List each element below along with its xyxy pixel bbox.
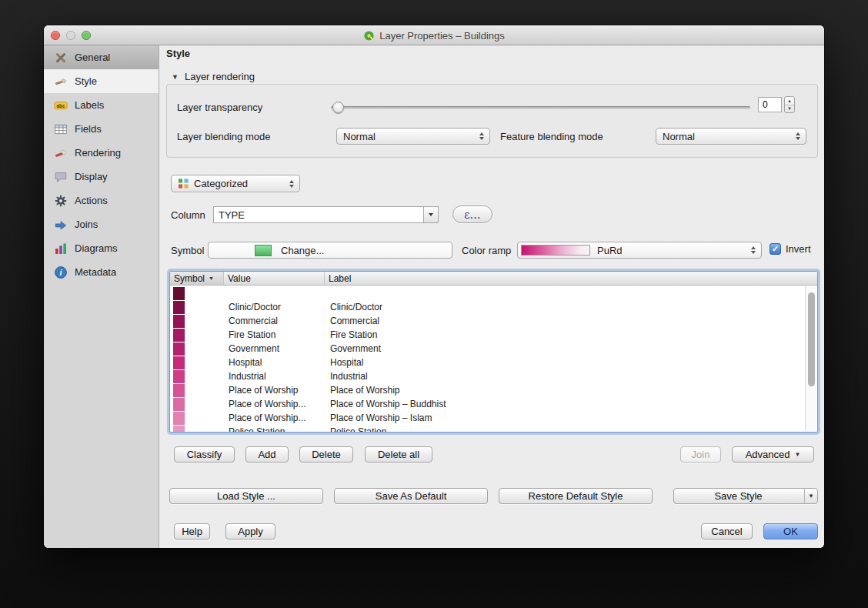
delete-all-button[interactable]: Delete all xyxy=(365,446,432,463)
feature-blending-dropdown[interactable]: Normal xyxy=(656,128,806,145)
category-symbol-cell xyxy=(170,412,224,425)
delete-button[interactable]: Delete xyxy=(299,446,353,463)
category-label[interactable]: Place of Worship – Buddhist xyxy=(325,399,817,409)
sidebar-item-fields[interactable]: Fields xyxy=(44,117,159,141)
column-header-label[interactable]: Label xyxy=(325,272,817,285)
column-header-value[interactable]: Value xyxy=(224,272,325,285)
sidebar-item-labels[interactable]: abc Labels xyxy=(44,93,159,117)
category-value[interactable]: Clinic/Doctor xyxy=(224,302,325,312)
epsilon-icon: ε… xyxy=(464,209,480,221)
category-value[interactable]: Police Station xyxy=(224,426,325,432)
column-combo[interactable]: TYPE xyxy=(213,206,439,223)
category-row[interactable]: Hospital Hospital xyxy=(170,356,817,369)
classify-button[interactable]: Classify xyxy=(174,446,235,463)
sidebar-item-icon xyxy=(54,242,68,256)
category-row[interactable]: Fire Station Fire Station xyxy=(170,328,817,342)
window-titlebar[interactable]: Layer Properties – Buildings xyxy=(44,25,824,45)
help-button[interactable]: Help xyxy=(174,523,210,540)
restore-default-style-button[interactable]: Restore Default Style xyxy=(499,488,653,504)
category-label[interactable]: Government xyxy=(325,343,817,354)
sidebar-item-joins[interactable]: Joins xyxy=(44,212,159,236)
category-color-swatch[interactable] xyxy=(173,315,185,328)
transparency-stepper[interactable]: ▲ ▼ xyxy=(784,96,795,113)
category-row[interactable]: Industrial Industrial xyxy=(170,369,817,383)
feature-blending-label: Feature blending mode xyxy=(500,131,603,142)
scrollbar-thumb[interactable] xyxy=(808,292,815,386)
invert-checkbox[interactable]: ✓ xyxy=(770,243,781,255)
category-label[interactable]: Police Station xyxy=(325,426,817,432)
color-ramp-preview xyxy=(521,245,590,256)
categories-table[interactable]: Symbol ▼ Value Label xyxy=(169,271,818,433)
sidebar-item-display[interactable]: Display xyxy=(44,165,159,189)
category-color-swatch[interactable] xyxy=(173,398,185,411)
category-color-swatch[interactable] xyxy=(173,426,185,433)
symbol-change-button[interactable]: Change... xyxy=(208,242,452,259)
category-color-swatch[interactable] xyxy=(173,301,185,314)
category-label[interactable]: Clinic/Doctor xyxy=(325,302,817,312)
category-color-swatch[interactable] xyxy=(173,287,185,300)
table-body: Clinic/Doctor Clinic/Doctor Commercial C… xyxy=(170,286,817,432)
advanced-button[interactable]: Advanced ▼ xyxy=(732,446,814,463)
category-row[interactable]: Place of Worship Place of Worship xyxy=(170,383,817,397)
save-as-default-button[interactable]: Save As Default xyxy=(334,488,488,504)
sidebar-item-general[interactable]: General xyxy=(44,45,159,69)
ok-button[interactable]: OK xyxy=(763,523,818,540)
transparency-value-field[interactable] xyxy=(758,97,782,112)
category-label[interactable]: Place of Worship xyxy=(325,385,817,396)
category-color-swatch[interactable] xyxy=(173,356,185,369)
sidebar-item-rendering[interactable]: Rendering xyxy=(44,141,159,165)
apply-button[interactable]: Apply xyxy=(225,523,275,540)
layer-transparency-slider[interactable] xyxy=(331,102,750,113)
category-symbol-cell xyxy=(170,356,224,369)
save-style-button[interactable]: Save Style ▼ xyxy=(673,488,818,504)
stepper-down-icon[interactable]: ▼ xyxy=(785,105,794,113)
color-ramp-dropdown[interactable]: PuRd xyxy=(517,242,762,259)
category-label[interactable]: Fire Station xyxy=(325,329,817,340)
load-style-button[interactable]: Load Style ... xyxy=(169,488,323,504)
category-value[interactable]: Fire Station xyxy=(224,329,325,340)
combo-dropdown-icon[interactable] xyxy=(423,207,438,222)
category-value[interactable]: Industrial xyxy=(224,371,325,382)
sidebar-item-actions[interactable]: Actions xyxy=(44,189,159,212)
category-color-swatch[interactable] xyxy=(173,329,185,342)
layer-blending-dropdown[interactable]: Normal xyxy=(336,128,490,145)
category-value[interactable]: Place of Worship... xyxy=(224,399,325,409)
category-value[interactable]: Place of Worship... xyxy=(224,413,325,423)
sort-indicator-icon: ▼ xyxy=(209,276,214,281)
category-value[interactable]: Commercial xyxy=(224,316,325,326)
add-button[interactable]: Add xyxy=(245,446,289,463)
sidebar-item-metadata[interactable]: i Metadata xyxy=(44,260,159,284)
category-label[interactable]: Commercial xyxy=(325,316,817,326)
category-row[interactable]: Commercial Commercial xyxy=(170,314,817,328)
category-value[interactable]: Place of Worship xyxy=(224,385,325,396)
category-row[interactable]: Police Station Police Station xyxy=(170,425,817,432)
column-header-symbol[interactable]: Symbol ▼ xyxy=(170,272,224,285)
category-color-swatch[interactable] xyxy=(173,342,185,356)
expression-builder-button[interactable]: ε… xyxy=(452,205,492,223)
sidebar-item-style[interactable]: Style xyxy=(44,69,159,93)
category-row[interactable]: Place of Worship... Place of Worship – I… xyxy=(170,411,817,425)
category-row[interactable]: Place of Worship... Place of Worship – B… xyxy=(170,397,817,411)
category-label[interactable]: Place of Worship – Islam xyxy=(325,413,817,423)
category-color-swatch[interactable] xyxy=(173,384,185,397)
category-color-swatch[interactable] xyxy=(173,412,185,425)
stepper-up-icon[interactable]: ▲ xyxy=(785,97,794,105)
renderer-type-dropdown[interactable]: Categorized xyxy=(171,175,300,192)
category-label[interactable]: Hospital xyxy=(325,357,817,368)
join-button: Join xyxy=(680,446,721,463)
window-title: Layer Properties – Buildings xyxy=(379,30,505,42)
sidebar-item-label: Labels xyxy=(75,99,104,111)
category-row[interactable]: Government Government xyxy=(170,342,817,356)
category-row[interactable]: Clinic/Doctor Clinic/Doctor xyxy=(170,300,817,314)
table-scrollbar[interactable] xyxy=(805,286,816,431)
cancel-button[interactable]: Cancel xyxy=(701,523,753,540)
sidebar-item-diagrams[interactable]: Diagrams xyxy=(44,236,159,260)
sidebar-item-label: Fields xyxy=(75,123,102,135)
slider-handle[interactable] xyxy=(332,102,344,113)
layer-rendering-disclosure[interactable]: ▼ Layer rendering xyxy=(172,71,255,82)
category-color-swatch[interactable] xyxy=(173,370,185,383)
category-value[interactable]: Hospital xyxy=(224,357,325,368)
category-row[interactable] xyxy=(170,286,817,300)
category-label[interactable]: Industrial xyxy=(325,371,817,382)
category-value[interactable]: Government xyxy=(224,343,325,354)
